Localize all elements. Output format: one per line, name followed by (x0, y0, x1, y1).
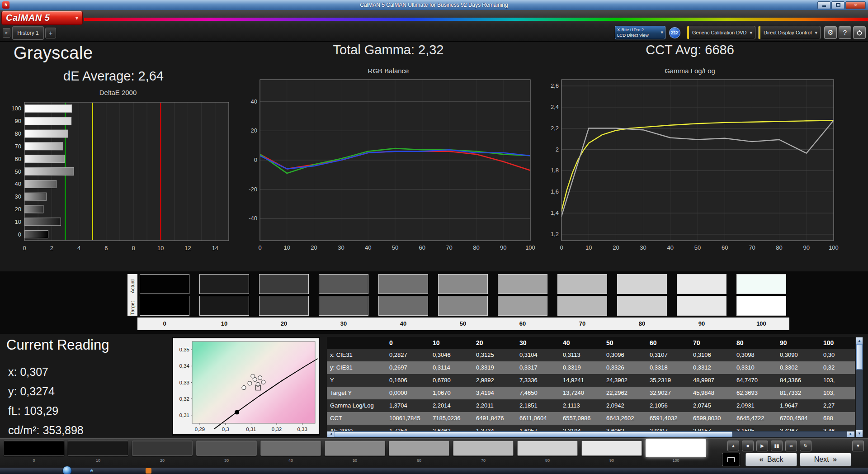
meter-selector[interactable]: X-Rite i1Pro 2 LCD Direct View ▾ (615, 26, 665, 39)
pattern-label-90: 90 (581, 458, 642, 463)
table-cell: 6645,4722 (733, 412, 776, 425)
horizontal-scroll-thumb[interactable] (335, 431, 732, 437)
tab-scroll-button[interactable]: ▸ (3, 28, 10, 38)
vertical-scroll-track[interactable] (856, 370, 863, 430)
table-header-80: 80 (733, 337, 776, 349)
table-cell: 2,1113 (559, 399, 603, 412)
scroll-down-button[interactable]: ▼ (856, 430, 863, 437)
loop-button[interactable]: ∞ (785, 441, 797, 451)
pattern-button-10[interactable] (68, 441, 128, 456)
horizontal-scroll-track[interactable] (732, 431, 847, 437)
add-tab-button[interactable]: + (45, 28, 56, 38)
table-cell: 35,2319 (646, 374, 689, 387)
svg-text:50: 50 (392, 244, 398, 251)
display-control-selector[interactable]: Direct Display Control ▾ (758, 26, 821, 39)
pattern-button-30[interactable] (196, 441, 257, 456)
tab-history-1[interactable]: History 1 (12, 26, 44, 40)
pattern-label-70: 70 (453, 458, 514, 463)
taskbar-app-icon[interactable] (146, 468, 151, 474)
actual-swatch-60 (498, 274, 547, 294)
pattern-button-60[interactable] (389, 441, 449, 456)
next-button[interactable]: Next » (800, 453, 851, 466)
svg-text:40: 40 (251, 98, 257, 105)
vertical-scroll-thumb[interactable] (856, 344, 863, 370)
svg-text:14: 14 (212, 245, 218, 251)
table-cell: 62,3693 (733, 387, 776, 399)
rgb-balance-chart: 010203040506070809010040200-20-40 (242, 77, 535, 253)
svg-text:10: 10 (585, 244, 592, 251)
svg-text:-40: -40 (249, 215, 257, 222)
back-button[interactable]: « Back (745, 453, 797, 466)
svg-text:2: 2 (50, 245, 53, 251)
start-button[interactable] (62, 466, 72, 474)
maximize-icon (836, 3, 840, 7)
cie-chart-panel: 0,290,30,310,320,330,350,340,330,320,31 (172, 337, 320, 436)
table-row-label: x: CIE31 (327, 349, 386, 361)
table-cell: 7,3336 (516, 374, 559, 387)
close-button[interactable]: × (845, 1, 866, 9)
scroll-up-button[interactable]: ▲ (856, 337, 863, 344)
pattern-button-80[interactable] (517, 441, 578, 456)
svg-text:1,6: 1,6 (551, 188, 559, 195)
actual-swatch-20 (259, 274, 309, 294)
stop-button[interactable]: ■ (742, 441, 754, 451)
play-button[interactable]: ▶ (756, 441, 768, 451)
pattern-button-20[interactable] (132, 441, 193, 456)
svg-text:80: 80 (776, 244, 782, 251)
table-row: x: CIE310,28270,30460,31250,31040,31130,… (327, 349, 855, 361)
table-cell: 6599,8030 (689, 412, 733, 425)
pattern-button-40[interactable] (260, 441, 321, 456)
pattern-button-100[interactable] (646, 439, 706, 457)
pattern-window-button[interactable] (722, 453, 740, 466)
table-header-60: 60 (646, 337, 689, 349)
scroll-left-button[interactable]: ◄ (327, 431, 335, 437)
table-horizontal-scrollbar[interactable]: ◄ ► (327, 431, 855, 437)
pattern-button-90[interactable] (581, 441, 642, 456)
calman-logo-menu[interactable]: CalMAN 5 ▾ (1, 11, 83, 25)
power-button[interactable] (853, 26, 866, 39)
settings-button[interactable]: ⚙ (824, 26, 837, 39)
svg-text:30: 30 (15, 193, 21, 200)
actual-swatch-10 (199, 274, 249, 294)
table-cell: 0,30 (820, 349, 855, 361)
actual-swatch-50 (438, 274, 488, 294)
browser-icon[interactable]: e (89, 468, 94, 474)
refresh-button[interactable]: ↻ (800, 441, 811, 451)
pause-button[interactable]: ▮▮ (771, 441, 783, 451)
reading-cdm2: cd/m²: 353,898 (8, 424, 84, 437)
table-cell: 0,3317 (516, 361, 559, 374)
meter-status-badge: 212 (669, 27, 680, 38)
minimize-button[interactable] (817, 1, 830, 9)
table-cell: 0,2827 (386, 349, 429, 361)
pattern-button-50[interactable] (325, 441, 385, 456)
table-header-30: 30 (516, 337, 559, 349)
actual-swatch-80 (617, 274, 667, 294)
pattern-button-0[interactable] (4, 441, 64, 456)
help-button[interactable]: ? (839, 26, 851, 39)
window-title: CalMAN 5 CalMAN Ultimate for Business 92… (0, 0, 868, 10)
actual-swatch-90 (677, 274, 726, 294)
pattern-down-button[interactable]: ▼ (852, 441, 864, 451)
scroll-right-button[interactable]: ► (847, 431, 854, 437)
table-cell: 13,7240 (559, 387, 603, 399)
source-selector[interactable]: Generic Calibration DVD ▾ (687, 26, 755, 39)
table-header-row: 0102030405060708090100 (327, 337, 855, 349)
table-cell: 0,3090 (776, 349, 820, 361)
table-cell: 2,27 (820, 399, 855, 412)
table-row-label: Target Y (327, 387, 386, 399)
maximize-button[interactable] (831, 1, 844, 9)
table-vertical-scrollbar[interactable]: ▲ ▼ (856, 337, 863, 437)
pattern-label-0: 0 (4, 458, 64, 463)
svg-text:10: 10 (157, 245, 164, 251)
svg-text:2: 2 (556, 146, 559, 153)
table-header-50: 50 (603, 337, 646, 349)
table-cell: 0,3096 (603, 349, 646, 361)
table-cell: 84,3366 (776, 374, 820, 387)
svg-text:8: 8 (132, 245, 135, 251)
table-cell: 6611,0604 (516, 412, 559, 425)
strip-label-70: 70 (557, 318, 607, 330)
pattern-up-button[interactable]: ▲ (727, 441, 739, 451)
table-cell: 2,9892 (472, 374, 516, 387)
pattern-button-70[interactable] (453, 441, 514, 456)
svg-text:70: 70 (446, 244, 452, 251)
